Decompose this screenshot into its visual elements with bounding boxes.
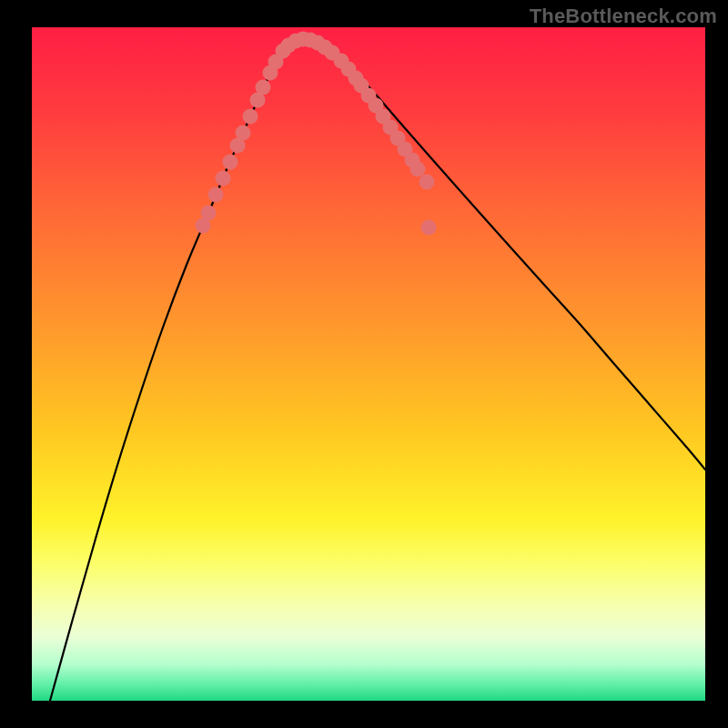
data-dot [208, 187, 224, 203]
plot-area [32, 27, 705, 701]
bottleneck-curve [50, 38, 705, 701]
curve-layer [32, 27, 705, 701]
data-dot [410, 162, 426, 177]
data-dot [216, 171, 231, 187]
data-dot [236, 126, 251, 141]
highlighted-dots [196, 32, 437, 236]
data-dot [256, 80, 271, 96]
data-dot [201, 206, 217, 221]
chart-frame: TheBottleneck.com [0, 0, 728, 728]
data-dot [420, 175, 435, 190]
data-dot [223, 155, 238, 170]
watermark-text: TheBottleneck.com [530, 5, 717, 28]
data-dot [421, 220, 437, 236]
data-dot [243, 109, 258, 125]
